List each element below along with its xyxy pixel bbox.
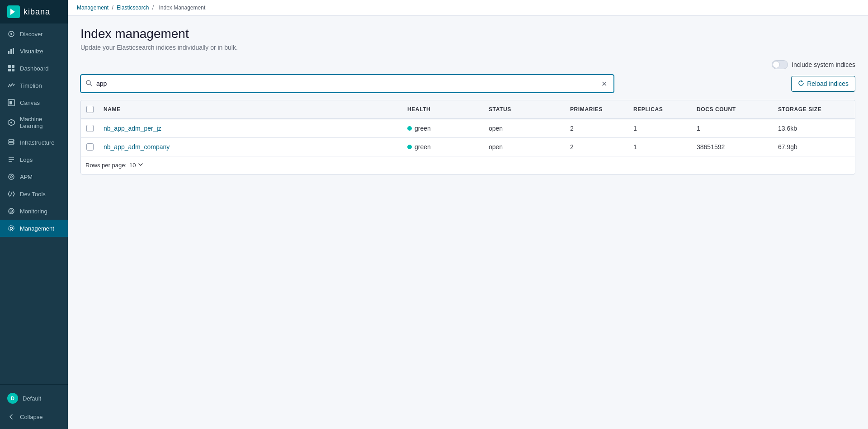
sidebar-item-logs[interactable]: Logs xyxy=(0,151,68,168)
reload-icon xyxy=(798,80,804,88)
sidebar-item-user[interactable]: D Default xyxy=(0,388,68,408)
page-title: Index management xyxy=(80,27,855,41)
sidebar-item-collapse[interactable]: Collapse xyxy=(0,408,68,425)
row1-storage-size: 13.6kb xyxy=(774,119,855,137)
row2-health: green xyxy=(403,138,484,156)
sidebar-item-apm[interactable]: APM xyxy=(0,168,68,185)
apm-icon xyxy=(7,173,15,181)
sidebar-item-discover[interactable]: Discover xyxy=(0,25,68,42)
row1-status: open xyxy=(484,119,566,137)
collapse-icon xyxy=(7,413,15,421)
sidebar-item-machine-learning[interactable]: Machine Learning xyxy=(0,111,68,134)
sidebar-item-visualize[interactable]: Visualize xyxy=(0,42,68,60)
row2-checkbox[interactable] xyxy=(86,143,94,151)
rows-per-page-dropdown[interactable]: 10 xyxy=(129,162,143,169)
svg-rect-6 xyxy=(12,65,14,68)
row1-name: nb_app_adm_per_jz xyxy=(99,119,403,137)
infrastructure-icon xyxy=(7,138,15,146)
sidebar-item-dev-tools[interactable]: Dev Tools xyxy=(0,185,68,203)
th-replicas: Replicas xyxy=(629,100,692,118)
canvas-icon xyxy=(7,99,15,107)
include-system-toggle[interactable] xyxy=(772,60,788,69)
index-table: Name Health Status Primaries Replicas Do… xyxy=(80,100,855,174)
svg-rect-4 xyxy=(13,48,14,54)
kibana-logo-text: kibana xyxy=(24,7,50,17)
search-input[interactable] xyxy=(96,80,599,87)
sidebar-item-label-timelion: Timelion xyxy=(20,82,42,89)
sidebar-item-infrastructure[interactable]: Infrastructure xyxy=(0,134,68,151)
search-clear-button[interactable]: ✕ xyxy=(599,79,609,89)
row2-checkbox-cell xyxy=(81,138,99,156)
row2-docs-count: 38651592 xyxy=(692,138,774,156)
row2-status: open xyxy=(484,138,566,156)
page-header: Index management Update your Elasticsear… xyxy=(80,27,855,51)
svg-point-16 xyxy=(13,143,14,144)
svg-rect-2 xyxy=(8,51,9,54)
svg-rect-10 xyxy=(9,101,12,104)
rows-per-page: Rows per page: 10 xyxy=(81,156,855,174)
breadcrumb-elasticsearch[interactable]: Elasticsearch xyxy=(117,5,149,11)
breadcrumb-index-management: Index Management xyxy=(159,5,205,11)
sidebar-item-label-logs: Logs xyxy=(20,156,33,163)
row1-name-link[interactable]: nb_app_adm_per_jz xyxy=(104,125,161,132)
sidebar-bottom: D Default Collapse xyxy=(0,384,68,429)
sidebar-item-label-visualize: Visualize xyxy=(20,48,43,55)
row1-checkbox[interactable] xyxy=(86,125,94,132)
svg-point-1 xyxy=(10,33,12,35)
svg-rect-7 xyxy=(8,69,11,71)
th-storage-size: Storage size xyxy=(774,100,855,118)
row2-health-text: green xyxy=(415,143,431,151)
row1-health: green xyxy=(403,119,484,137)
sidebar-item-management[interactable]: Management xyxy=(0,220,68,237)
right-controls: Reload indices xyxy=(791,76,855,92)
row1-health-text: green xyxy=(415,125,431,132)
rows-per-page-label: Rows per page: xyxy=(85,162,127,169)
row1-docs-count: 1 xyxy=(692,119,774,137)
row2-name-link[interactable]: nb_app_adm_company xyxy=(104,143,170,151)
sidebar-item-dashboard[interactable]: Dashboard xyxy=(0,60,68,77)
sidebar: kibana Discover Visualize xyxy=(0,0,68,429)
row1-replicas: 1 xyxy=(629,119,692,137)
row1-health-dot xyxy=(407,126,412,131)
breadcrumb-management[interactable]: Management xyxy=(77,5,108,11)
row2-name: nb_app_adm_company xyxy=(99,138,403,156)
monitoring-icon xyxy=(7,207,15,215)
sidebar-item-label-infra: Infrastructure xyxy=(20,139,55,146)
row1-primaries: 2 xyxy=(566,119,629,137)
user-avatar: D xyxy=(7,393,18,404)
nav-items: Discover Visualize Dashbo xyxy=(0,24,68,384)
toggle-knob xyxy=(773,61,780,68)
row1-checkbox-cell xyxy=(81,119,99,137)
sidebar-item-timelion[interactable]: Timelion xyxy=(0,77,68,94)
chevron-down-icon xyxy=(138,162,143,169)
svg-point-26 xyxy=(9,226,14,231)
svg-point-20 xyxy=(9,174,14,179)
breadcrumb: Management / Elasticsearch / Index Manag… xyxy=(68,0,868,16)
reload-indices-button[interactable]: Reload indices xyxy=(791,76,855,92)
svg-rect-8 xyxy=(12,69,14,71)
table-row: nb_app_adm_per_jz green open 2 1 1 13.6k… xyxy=(81,119,855,138)
row2-replicas: 1 xyxy=(629,138,692,156)
page-content: Index management Update your Elasticsear… xyxy=(68,16,868,429)
sidebar-item-label-apm: APM xyxy=(20,174,33,180)
page-subtitle: Update your Elasticsearch indices indivi… xyxy=(80,44,855,51)
management-icon xyxy=(7,224,15,232)
sidebar-user-label: Default xyxy=(23,395,41,402)
svg-point-12 xyxy=(10,122,12,123)
dev-tools-icon xyxy=(7,190,15,198)
sidebar-item-canvas[interactable]: Canvas xyxy=(0,94,68,111)
svg-line-21 xyxy=(10,192,12,196)
table-header: Name Health Status Primaries Replicas Do… xyxy=(81,100,855,119)
search-icon xyxy=(85,80,93,88)
sidebar-item-label-canvas: Canvas xyxy=(20,99,40,106)
include-system-label: Include system indices xyxy=(792,61,855,68)
svg-point-25 xyxy=(10,227,13,230)
select-all-checkbox[interactable] xyxy=(86,106,94,113)
svg-rect-5 xyxy=(8,65,11,68)
sidebar-item-monitoring[interactable]: Monitoring xyxy=(0,203,68,220)
toolbar: ✕ Reload indices xyxy=(80,75,855,93)
row2-health-dot xyxy=(407,145,412,149)
svg-line-28 xyxy=(90,84,92,86)
row2-storage-size: 67.9gb xyxy=(774,138,855,156)
table-row: nb_app_adm_company green open 2 1 386515… xyxy=(81,138,855,156)
